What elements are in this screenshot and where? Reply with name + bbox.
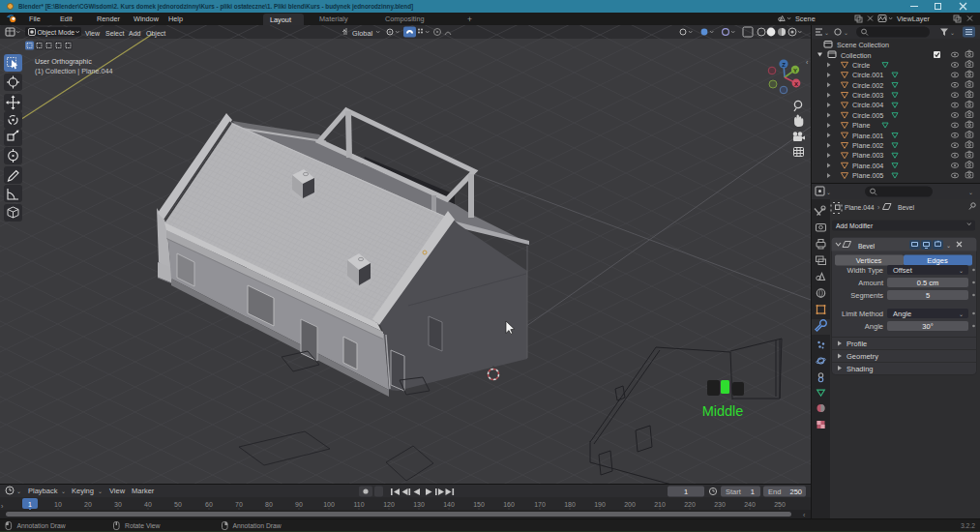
svg-text:X: X [794, 81, 798, 87]
svg-text:30°: 30° [922, 322, 933, 331]
svg-text:⌄: ⌄ [61, 488, 66, 494]
svg-text:File: File [29, 15, 41, 23]
svg-text:Add: Add [129, 30, 141, 37]
svg-text:100: 100 [323, 501, 335, 508]
svg-text:⌄: ⌄ [946, 243, 951, 249]
svg-text:Annotation Draw: Annotation Draw [233, 522, 282, 529]
svg-text:+: + [467, 15, 472, 24]
svg-text:60: 60 [205, 501, 213, 508]
svg-text:30: 30 [114, 501, 122, 508]
svg-text:50: 50 [174, 501, 182, 508]
svg-text:Annotation Draw: Annotation Draw [17, 522, 66, 529]
svg-text:10: 10 [54, 501, 62, 508]
svg-text:Offset: Offset [893, 266, 913, 275]
svg-text:120: 120 [383, 501, 395, 508]
svg-text:Circle.004: Circle.004 [852, 101, 883, 109]
svg-text:(1) Collection | Plane.044: (1) Collection | Plane.044 [35, 67, 113, 75]
svg-text:Circle: Circle [852, 61, 870, 70]
svg-text:Select: Select [105, 30, 125, 37]
svg-text:Materialy: Materialy [319, 15, 348, 23]
svg-text:Marker: Marker [132, 487, 155, 495]
svg-text:⌄: ⌄ [844, 30, 848, 36]
svg-text:Circle.003: Circle.003 [852, 91, 883, 100]
svg-text:Keying: Keying [72, 487, 94, 495]
svg-text:View: View [109, 487, 126, 495]
svg-text:Plane.003: Plane.003 [852, 151, 883, 160]
svg-text:Middle: Middle [702, 403, 744, 419]
svg-text:250: 250 [774, 501, 786, 508]
svg-text:⌄: ⌄ [950, 30, 955, 36]
svg-text:Add Modifier: Add Modifier [836, 222, 874, 229]
svg-text:40: 40 [144, 501, 152, 508]
svg-text:200: 200 [624, 501, 636, 508]
svg-text:Object Mode: Object Mode [38, 29, 75, 37]
svg-text:1: 1 [751, 488, 755, 496]
svg-text:150: 150 [473, 501, 485, 508]
svg-text:Help: Help [168, 15, 183, 23]
svg-text:End: End [768, 488, 781, 496]
svg-text:170: 170 [534, 501, 546, 508]
svg-text:Plane.004: Plane.004 [852, 162, 883, 170]
svg-text:70: 70 [235, 501, 243, 508]
svg-text:⌄: ⌄ [959, 268, 964, 274]
svg-text:Start: Start [726, 488, 742, 496]
svg-text:Object: Object [146, 30, 165, 38]
svg-text:3.2.2: 3.2.2 [961, 522, 975, 529]
svg-text:220: 220 [684, 501, 696, 508]
svg-text:Segments: Segments [850, 291, 883, 300]
svg-text:Vertices: Vertices [856, 256, 882, 265]
svg-text:0.5 cm: 0.5 cm [917, 279, 939, 287]
svg-text:Y: Y [793, 68, 797, 74]
svg-text:User Orthographic: User Orthographic [35, 57, 92, 66]
svg-text:Scene Collection: Scene Collection [837, 41, 889, 49]
svg-text:Plane: Plane [852, 121, 870, 130]
svg-text:Shading: Shading [846, 365, 874, 373]
svg-text:Angle: Angle [893, 310, 911, 318]
svg-text:Limit Method: Limit Method [842, 310, 883, 318]
svg-text:Plane.005: Plane.005 [852, 171, 883, 180]
svg-text:Plane.001: Plane.001 [852, 132, 883, 140]
svg-text:130: 130 [413, 501, 425, 508]
svg-text:Playback: Playback [28, 487, 58, 495]
svg-text:Plane.002: Plane.002 [852, 141, 883, 150]
svg-text:140: 140 [443, 501, 455, 508]
svg-text:190: 190 [594, 501, 606, 508]
svg-text:Edges: Edges [927, 256, 948, 265]
svg-text:Collection: Collection [841, 51, 872, 60]
svg-text:Compositing: Compositing [385, 15, 425, 23]
svg-text:Scene: Scene [795, 15, 816, 23]
svg-text:Amount: Amount [858, 279, 884, 287]
svg-text:240: 240 [744, 501, 756, 508]
svg-text:Bevel: Bevel [858, 243, 875, 250]
svg-text:Bevel: Bevel [898, 204, 914, 211]
svg-text:20: 20 [84, 501, 92, 508]
svg-text:1: 1 [28, 501, 32, 508]
svg-text:Width Type: Width Type [847, 266, 883, 275]
svg-text:⌄: ⌄ [824, 30, 829, 36]
svg-text:Z: Z [782, 62, 786, 68]
svg-text:Circle.005: Circle.005 [852, 111, 883, 120]
svg-text:Rotate View: Rotate View [125, 522, 161, 529]
svg-text:›: › [877, 204, 880, 211]
svg-text:110: 110 [353, 501, 364, 508]
svg-text:⌄: ⌄ [16, 488, 21, 494]
svg-text:Global: Global [352, 29, 372, 38]
svg-text:Circle.001: Circle.001 [852, 71, 883, 79]
svg-text:Edit: Edit [60, 15, 73, 23]
svg-text:80: 80 [265, 501, 273, 508]
svg-text:160: 160 [503, 501, 515, 508]
svg-text:ViewLayer: ViewLayer [897, 15, 931, 23]
svg-text:⌄: ⌄ [959, 311, 964, 317]
svg-text:90: 90 [295, 501, 303, 508]
svg-text:⌄: ⌄ [98, 488, 103, 494]
svg-text:180: 180 [564, 501, 576, 508]
svg-text:⌄: ⌄ [968, 190, 973, 195]
svg-text:Plane.044: Plane.044 [845, 204, 875, 211]
svg-text:Geometry: Geometry [846, 352, 878, 361]
svg-text:View: View [85, 30, 101, 37]
svg-text:Profile: Profile [846, 340, 867, 348]
svg-text:1: 1 [684, 488, 688, 496]
svg-text:230: 230 [714, 501, 726, 508]
svg-text:Angle: Angle [865, 322, 883, 331]
svg-text:⌄: ⌄ [826, 190, 831, 195]
